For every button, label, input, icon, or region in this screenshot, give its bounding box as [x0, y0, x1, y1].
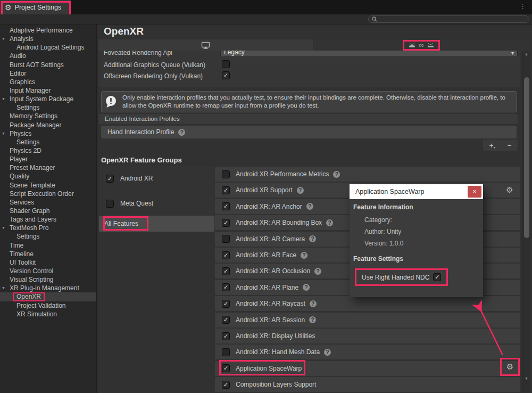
help-icon[interactable]: ?	[326, 219, 333, 226]
hand-interaction-profile-row[interactable]: Hand Interaction Profile ?	[101, 126, 517, 138]
search-field[interactable]	[368, 15, 529, 23]
sidebar-item-package-manager[interactable]: Package Manager	[0, 121, 96, 129]
feature-settings-popup: Application SpaceWarp × Feature Informat…	[350, 184, 483, 297]
feature-checkbox[interactable]: ✓	[222, 381, 230, 389]
sidebar-item-settings[interactable]: Settings	[0, 232, 96, 241]
feature-checkbox[interactable]: ✓	[222, 251, 230, 259]
feature-checkbox[interactable]: ✓	[222, 364, 230, 372]
sidebar-item-audio[interactable]: Audio	[0, 52, 96, 60]
sidebar-item-timeline[interactable]: Timeline	[0, 250, 96, 258]
tab-desktop[interactable]	[98, 39, 313, 51]
sidebar-item-label: Graphics	[10, 78, 35, 86]
feature-checkbox[interactable]	[222, 235, 230, 243]
feature-checkbox[interactable]: ✓	[222, 316, 230, 324]
use-right-handed-ndc-checkbox[interactable]: ✓	[433, 273, 441, 281]
help-icon[interactable]: ?	[309, 235, 316, 242]
help-icon[interactable]: ?	[301, 252, 307, 259]
feature-checkbox[interactable]: ✓	[222, 283, 230, 291]
sidebar-item-xr-plug-in-management[interactable]: ▼XR Plug-in Management	[0, 284, 96, 292]
sidebar-item-xr-simulation[interactable]: XR Simulation	[0, 310, 96, 318]
scrollbar-thumb[interactable]	[524, 77, 529, 238]
sidebar-item-physics[interactable]: ▼Physics	[0, 129, 96, 138]
popup-title: Application SpaceWarp	[355, 188, 424, 195]
group-android-xr[interactable]: ✓ Android XR	[99, 166, 214, 191]
feature-checkbox[interactable]: ✓	[222, 219, 230, 227]
sidebar-item-editor[interactable]: Editor	[0, 69, 96, 78]
foldout-arrow-icon[interactable]: ▼	[2, 129, 5, 138]
feature-checkbox[interactable]: ✓	[222, 332, 230, 340]
sidebar-item-label: Settings	[16, 104, 39, 111]
foldout-arrow-icon[interactable]: ▼	[2, 35, 5, 43]
sidebar-item-analysis[interactable]: ▼Analysis	[0, 35, 96, 43]
help-icon[interactable]: ?	[310, 300, 317, 307]
sidebar-item-script-execution-order[interactable]: Script Execution Order	[0, 190, 96, 198]
scroll-down-icon[interactable]: ▼	[522, 376, 530, 380]
additional-graphics-queue-checkbox[interactable]	[222, 60, 230, 68]
sidebar-item-quality[interactable]: Quality	[0, 172, 96, 181]
sidebar-item-version-control[interactable]: Version Control	[0, 267, 96, 275]
popup-titlebar[interactable]: Application SpaceWarp ×	[350, 184, 483, 199]
sidebar-item-graphics[interactable]: Graphics	[0, 78, 96, 86]
help-icon[interactable]: ?	[178, 129, 185, 136]
feature-label: Application SpaceWarp	[236, 365, 302, 372]
feature-checkbox[interactable]	[222, 170, 230, 178]
feature-checkbox[interactable]: ✓	[222, 202, 230, 210]
sidebar-item-android-logcat-settings[interactable]: Android Logcat Settings	[0, 43, 96, 52]
sidebar-item-label: Visual Scripting	[10, 276, 54, 283]
gear-icon[interactable]: ⚙	[505, 186, 514, 194]
feature-checkbox[interactable]: ✓	[222, 267, 230, 275]
group-all-features[interactable]: All Features	[99, 216, 214, 232]
help-icon[interactable]: ?	[297, 187, 304, 194]
sidebar-item-settings[interactable]: Settings	[0, 138, 96, 146]
sidebar-item-shader-graph[interactable]: Shader Graph	[0, 207, 96, 215]
sidebar-item-input-manager[interactable]: Input Manager	[0, 86, 96, 95]
sidebar-item-textmesh-pro[interactable]: ▼TextMesh Pro	[0, 224, 96, 232]
sidebar-item-input-system-package[interactable]: ▼Input System Package	[0, 95, 96, 103]
group-meta-quest[interactable]: Meta Quest	[99, 191, 214, 216]
sidebar-item-memory-settings[interactable]: Memory Settings	[0, 112, 96, 120]
sidebar-item-player[interactable]: Player	[0, 155, 96, 163]
gear-icon[interactable]: ⚙	[500, 358, 520, 376]
sidebar-item-tags-and-layers[interactable]: Tags and Layers	[0, 215, 96, 224]
foldout-arrow-icon[interactable]: ▼	[2, 224, 5, 232]
foldout-arrow-icon[interactable]: ▼	[2, 95, 5, 103]
vertical-scrollbar[interactable]: ▲ ▼	[522, 51, 530, 393]
sidebar-item-settings[interactable]: Settings	[0, 103, 96, 112]
feature-checkbox[interactable]	[222, 348, 230, 356]
help-icon[interactable]: ?	[309, 316, 316, 323]
scroll-up-icon[interactable]: ▲	[522, 52, 530, 56]
foldout-arrow-icon[interactable]: ▼	[2, 284, 5, 292]
sidebar-item-visual-scripting[interactable]: Visual Scripting	[0, 275, 96, 284]
help-icon[interactable]: ?	[324, 349, 331, 356]
sidebar-item-label: Physics 2D	[10, 147, 41, 154]
help-icon[interactable]: ?	[306, 203, 313, 210]
sidebar-item-label: XR Simulation	[16, 310, 57, 318]
feature-checkbox[interactable]: ✓	[222, 186, 230, 194]
sidebar-item-openxr[interactable]: OpenXR	[0, 292, 96, 301]
sidebar-item-label: Input System Package	[10, 95, 73, 103]
sidebar-item-time[interactable]: Time	[0, 241, 96, 250]
help-icon[interactable]: ?	[333, 171, 340, 178]
android-xr-group-checkbox[interactable]: ✓	[106, 175, 114, 183]
kebab-menu-icon[interactable]: ⋮	[519, 3, 526, 10]
sidebar-item-project-validation[interactable]: Project Validation	[0, 301, 96, 310]
help-icon[interactable]: ?	[303, 284, 310, 291]
sidebar-item-services[interactable]: Services	[0, 198, 96, 207]
search-input[interactable]	[377, 15, 523, 23]
sidebar-item-scene-template[interactable]: Scene Template	[0, 181, 96, 190]
help-icon[interactable]: ?	[314, 268, 321, 275]
project-settings-tab[interactable]: ⚙ Project Settings	[0, 0, 71, 14]
offscreen-rendering-checkbox[interactable]: ✓	[222, 71, 230, 79]
sidebar-item-burst-aot-settings[interactable]: Burst AOT Settings	[0, 61, 96, 69]
sidebar-item-preset-manager[interactable]: Preset Manager	[0, 163, 96, 172]
meta-quest-group-checkbox[interactable]	[106, 200, 114, 208]
feature-checkbox[interactable]: ✓	[222, 300, 230, 308]
remove-profile-button[interactable]: −	[508, 142, 512, 149]
foveated-rendering-dropdown[interactable]: Legacy ▾	[220, 51, 518, 57]
add-profile-button[interactable]: +▾	[489, 142, 495, 149]
sidebar-item-adaptive-performance[interactable]: Adaptive Performance	[0, 26, 96, 35]
tab-android-xr[interactable]: ∞	[313, 39, 529, 51]
sidebar-item-ui-toolkit[interactable]: UI Toolkit	[0, 258, 96, 267]
sidebar-item-physics-2d[interactable]: Physics 2D	[0, 146, 96, 155]
close-icon[interactable]: ×	[468, 186, 481, 198]
